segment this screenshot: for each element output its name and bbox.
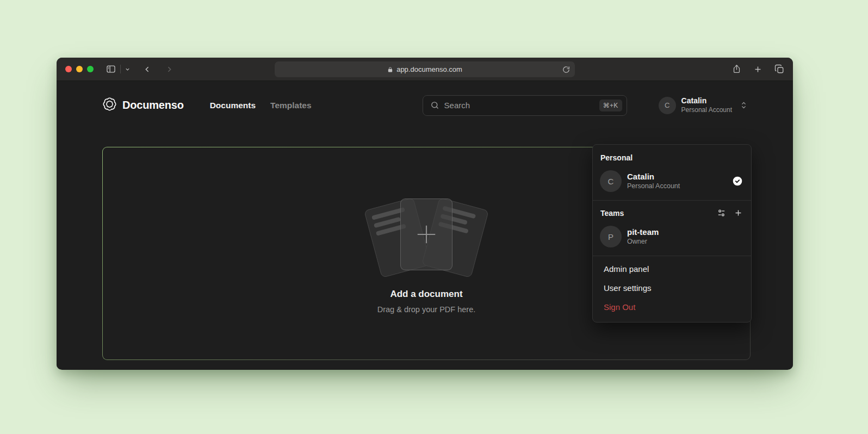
- toolbar-separator: [120, 65, 121, 73]
- new-tab-icon[interactable]: [753, 65, 762, 74]
- nav-item-documents[interactable]: Documents: [210, 101, 256, 110]
- account-name: Catalin: [681, 96, 732, 106]
- personal-account-item[interactable]: C Catalin Personal Account: [593, 166, 751, 197]
- back-icon[interactable]: [142, 65, 152, 74]
- team-name: pit-team: [627, 227, 659, 238]
- search-icon: [430, 101, 439, 110]
- search-input[interactable]: [444, 101, 594, 110]
- address-bar[interactable]: app.documenso.com: [275, 61, 575, 77]
- account-subtitle: Personal Account: [681, 106, 732, 114]
- avatar: C: [600, 170, 622, 192]
- tab-overview-icon[interactable]: [774, 64, 784, 74]
- dropzone-title: Add a document: [390, 289, 462, 300]
- share-icon[interactable]: [732, 64, 741, 74]
- chevrons-up-down-icon: [740, 101, 748, 109]
- app-header: Documenso Documents Templates ⌘+K C Cata…: [57, 81, 793, 129]
- document-card-center: [400, 199, 452, 270]
- brand-name: Documenso: [122, 99, 184, 111]
- nav-item-templates[interactable]: Templates: [270, 101, 312, 110]
- sidebar-icon[interactable]: [106, 64, 116, 75]
- menu-item-sign-out[interactable]: Sign Out: [593, 297, 751, 317]
- traffic-lights: [65, 66, 94, 72]
- menu-item-admin-panel[interactable]: Admin panel: [593, 259, 751, 278]
- personal-section-label: Personal: [593, 148, 751, 166]
- app-content: Documenso Documents Templates ⌘+K C Cata…: [57, 81, 793, 369]
- team-role: Owner: [627, 237, 659, 246]
- documents-illustration: [367, 196, 486, 272]
- manage-teams-icon[interactable]: [717, 208, 726, 218]
- avatar: C: [659, 97, 676, 114]
- forward-icon[interactable]: [165, 65, 174, 74]
- account-dropdown-menu: Personal C Catalin Personal Account Team…: [592, 144, 752, 323]
- plus-icon: [412, 220, 441, 249]
- personal-account-subtitle: Personal Account: [627, 182, 680, 190]
- teams-section-label: Teams: [600, 209, 624, 218]
- reload-icon[interactable]: [562, 66, 570, 73]
- menu-item-user-settings[interactable]: User settings: [593, 278, 751, 297]
- browser-window: app.documenso.com: [57, 58, 793, 370]
- documenso-badge-icon: [102, 97, 117, 114]
- documenso-logo[interactable]: Documenso: [102, 97, 184, 114]
- search-bar[interactable]: ⌘+K: [423, 95, 627, 116]
- browser-toolbar: app.documenso.com: [57, 58, 793, 81]
- close-window-button[interactable]: [65, 66, 72, 72]
- main-nav: Documents Templates: [210, 101, 312, 110]
- team-item[interactable]: P pit-team Owner: [593, 222, 751, 252]
- chevron-down-icon[interactable]: [125, 66, 131, 72]
- search-shortcut-badge: ⌘+K: [599, 100, 622, 111]
- add-team-icon[interactable]: [734, 208, 743, 218]
- minimize-window-button[interactable]: [76, 66, 83, 72]
- zoom-window-button[interactable]: [87, 66, 94, 72]
- url-text: app.documenso.com: [396, 65, 462, 73]
- teams-section-header: Teams: [593, 204, 751, 222]
- menu-divider: [593, 200, 751, 201]
- lock-icon: [387, 66, 393, 73]
- account-switcher-button[interactable]: C Catalin Personal Account: [659, 96, 748, 114]
- menu-divider: [593, 256, 751, 256]
- dropzone-subtitle: Drag & drop your PDF here.: [377, 305, 476, 314]
- selected-check-icon: [732, 176, 743, 187]
- personal-account-name: Catalin: [627, 172, 680, 182]
- avatar: P: [600, 226, 622, 247]
